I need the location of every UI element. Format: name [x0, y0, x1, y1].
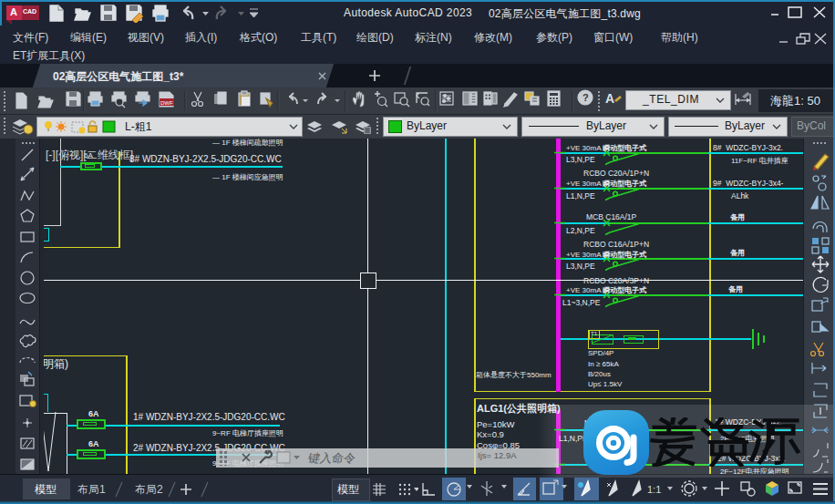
svg-text:DWF: DWF: [160, 100, 173, 106]
svg-text:?: ?: [582, 92, 589, 103]
svg-text:A: A: [605, 91, 614, 106]
svg-text:1:1: 1:1: [647, 484, 661, 495]
